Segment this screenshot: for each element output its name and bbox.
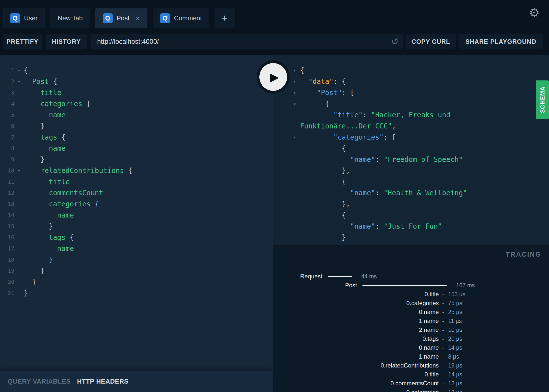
fold-spacer: [14, 221, 24, 232]
trace-label: 0.title: [273, 371, 439, 378]
execute-button[interactable]: ▶: [257, 60, 290, 94]
line-number: 17: [0, 243, 14, 254]
editor-bottom-bar: QUERY VARIABLESHTTP HEADERS: [0, 371, 273, 392]
trace-dash: -: [442, 389, 444, 392]
query-variables-tab[interactable]: QUERY VARIABLES: [8, 378, 71, 385]
share-playground-button[interactable]: SHARE PLAYGROUND: [459, 34, 543, 49]
code-text: }: [24, 254, 53, 265]
response-line: ]: [273, 243, 549, 245]
trace-dash: -: [442, 344, 444, 351]
fold-arrow-icon[interactable]: ▾: [273, 132, 300, 143]
editor-line: 11 title: [0, 176, 273, 187]
code-text: }: [24, 265, 45, 276]
tab-comment[interactable]: QComment: [153, 8, 209, 28]
editor-line: 2▾ Post {: [0, 76, 273, 87]
line-number: 19: [0, 265, 14, 276]
query-badge-icon: Q: [103, 13, 113, 23]
close-icon[interactable]: ×: [136, 14, 140, 22]
code-text: {: [300, 143, 549, 154]
trace-dash: -: [442, 326, 444, 333]
fold-spacer: [273, 165, 300, 176]
code-text: }: [24, 288, 28, 299]
trace-label: 0.name: [273, 344, 439, 351]
code-text: "title": "Hacker, Freaks und Funktionäre…: [300, 109, 549, 132]
fold-spacer: [273, 221, 300, 232]
http-headers-tab[interactable]: HTTP HEADERS: [77, 378, 129, 385]
prettify-button[interactable]: PRETTIFY: [3, 34, 42, 49]
url-input[interactable]: [91, 38, 387, 46]
trace-dash: -: [442, 353, 444, 360]
fold-arrow-icon[interactable]: ▾: [14, 76, 24, 87]
reload-icon[interactable]: ↺: [387, 36, 403, 47]
fold-arrow-icon[interactable]: ▾: [273, 98, 300, 109]
fold-spacer: [14, 98, 24, 109]
fold-spacer: [14, 210, 24, 221]
response-line: {: [273, 176, 549, 187]
fold-arrow-icon[interactable]: ▾: [14, 165, 24, 176]
trace-label: 2.name: [273, 326, 439, 333]
editor-line: 8 name: [0, 143, 273, 154]
code-text: {: [300, 65, 549, 76]
history-button[interactable]: HISTORY: [46, 34, 87, 49]
trace-row: 0.name-14 µs: [273, 343, 549, 352]
fold-arrow-icon[interactable]: ▾: [14, 65, 24, 76]
trace-duration-bar: [362, 285, 447, 286]
editor-line: 6 }: [0, 121, 273, 132]
editor-line: 7 tags {: [0, 132, 273, 143]
toolbar: PRETTIFY HISTORY ↺ COPY CURL SHARE PLAYG…: [0, 28, 549, 55]
code-text: }: [24, 221, 53, 232]
fold-spacer: [14, 265, 24, 276]
copy-curl-button[interactable]: COPY CURL: [406, 34, 456, 49]
tab-post[interactable]: QPost×: [95, 8, 148, 28]
top-tab-bar: QUserNew TabQPost×QComment+ ⚙: [0, 0, 549, 28]
trace-time: 19 µs: [448, 362, 462, 369]
line-number: 5: [0, 109, 14, 121]
trace-row: 0.name-25 µs: [273, 308, 549, 317]
add-tab-button[interactable]: +: [215, 8, 235, 28]
query-editor[interactable]: 1▾{2▾ Post {3 title4 categories {5 name6…: [0, 55, 273, 371]
tab-new-tab[interactable]: New Tab: [50, 8, 90, 28]
trace-row: 1.name-11 µs: [273, 317, 549, 325]
editor-line: 13 categories {: [0, 198, 273, 210]
code-text: name: [24, 109, 66, 121]
line-number: 13: [0, 198, 14, 210]
schema-side-tab[interactable]: SCHEMA: [536, 80, 549, 119]
trace-time: 14 µs: [448, 344, 462, 351]
response-line: {: [273, 143, 549, 154]
response-line: },: [273, 198, 549, 210]
trace-time: 153 µs: [448, 291, 466, 298]
fold-spacer: [273, 210, 300, 221]
fold-spacer: [273, 143, 300, 154]
editor-line: 12 commentsCount: [0, 187, 273, 198]
line-number: 11: [0, 176, 14, 187]
fold-spacer: [14, 121, 24, 132]
trace-row: 0.relatedContributions-19 µs: [273, 361, 549, 370]
query-badge-icon: Q: [160, 13, 170, 23]
response-line: "name": "Just For Fun": [273, 221, 549, 232]
code-text: "data": {: [300, 76, 549, 87]
trace-dash: -: [442, 309, 444, 316]
trace-dash: -: [442, 335, 444, 342]
code-text: name: [24, 243, 74, 254]
editor-line: 1▾{: [0, 65, 273, 76]
code-text: {: [300, 210, 549, 221]
trace-label: 0.title: [273, 291, 439, 298]
fold-spacer: [14, 254, 24, 265]
trace-label: 0.tags: [273, 335, 439, 342]
gear-icon[interactable]: ⚙: [529, 7, 540, 19]
line-number: 8: [0, 143, 14, 154]
line-number: 6: [0, 121, 14, 132]
fold-spacer: [14, 132, 24, 143]
code-text: categories {: [24, 198, 99, 210]
tab-bar-tabs: QUserNew TabQPost×QComment+: [3, 8, 235, 28]
fold-spacer: [273, 198, 300, 210]
fold-spacer: [273, 109, 300, 132]
trace-time: 20 µs: [448, 336, 462, 342]
result-pane: ▾{▾ "data": {▾ "Post": [▾ { "title": "Ha…: [273, 55, 549, 392]
code-text: }: [300, 232, 549, 243]
tab-user[interactable]: QUser: [3, 8, 45, 28]
query-editor-pane: 1▾{2▾ Post {3 title4 categories {5 name6…: [0, 55, 273, 392]
main-area: 1▾{2▾ Post {3 title4 categories {5 name6…: [0, 55, 549, 392]
trace-dash: -: [442, 318, 444, 324]
fold-spacer: [14, 232, 24, 243]
